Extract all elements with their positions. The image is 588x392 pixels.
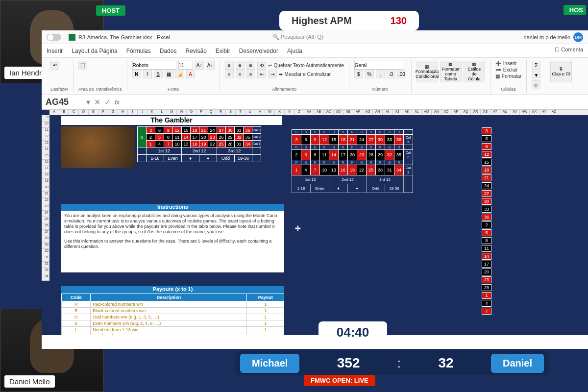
comments-button[interactable]: ☐ Comenta xyxy=(555,47,583,53)
formula-bar: AG45 ▾ ✕ ✓ fx xyxy=(42,95,588,110)
host-badge-top: HOST xyxy=(96,5,125,16)
roulette-image xyxy=(61,126,135,168)
comma-icon[interactable]: , xyxy=(376,70,385,78)
currency-icon[interactable]: $ xyxy=(354,70,363,78)
worksheet[interactable]: ABCDEFGHIJKLMNOPQRSTUVWXYZAAABACADAEAFAG… xyxy=(42,110,588,335)
live-badge: FMWC OPEN: LIVE xyxy=(304,375,375,386)
webcam-bottom-name: Daniel Mello xyxy=(4,375,55,388)
user-name: daniel m p de mello xyxy=(524,34,570,40)
paste-icon[interactable]: 📋 xyxy=(78,61,87,70)
format-table[interactable]: ▦Formatar como Tabela xyxy=(440,61,462,82)
bet-table-main: 0369121518212427303336Col 32581114172023… xyxy=(137,126,261,162)
fill-icon[interactable]: ▼ xyxy=(532,71,540,79)
tab-revisão[interactable]: Revisão xyxy=(185,48,206,54)
excel-icon xyxy=(69,34,75,41)
enter-icon[interactable]: ✓ xyxy=(104,98,111,107)
wrap-text[interactable]: ↩ Quebrar Texto Automaticamente xyxy=(268,63,344,68)
name-box-dropdown-icon[interactable]: ▾ xyxy=(86,98,90,107)
apm-badge: Highest APM 130 xyxy=(279,11,419,30)
fx-icon[interactable]: fx xyxy=(115,98,120,106)
dec-decimal-icon[interactable]: .00 xyxy=(397,70,406,78)
tab-inserir[interactable]: Inserir xyxy=(47,48,63,54)
sheet-title: The Gambler xyxy=(61,116,282,125)
column-headers: ABCDEFGHIJKLMNOPQRSTUVWXYZAAABACADAEAFAG… xyxy=(49,110,588,115)
tab-fórmulas[interactable]: Fórmulas xyxy=(126,48,151,54)
indent-dec-icon[interactable]: ⇤ xyxy=(257,70,266,78)
tab-desenvolvedor[interactable]: Desenvolvedor xyxy=(239,48,278,54)
align-bot-icon[interactable]: ≡ xyxy=(246,61,255,70)
ribbon-group-edit: Σ ▼ ◇ xyxy=(527,60,545,93)
player1-name: Michael xyxy=(240,354,299,373)
underline-button[interactable]: S xyxy=(154,70,163,78)
sum-icon[interactable]: Σ xyxy=(532,61,540,70)
tab-layout-da-página[interactable]: Layout da Página xyxy=(72,48,117,54)
search-box[interactable]: 🔍 Pesquisar (Alt+Q) xyxy=(272,34,323,40)
insert-cells[interactable]: ➕ Inserir xyxy=(495,61,522,66)
tab-ajuda[interactable]: Ajuda xyxy=(287,48,302,54)
cell-styles[interactable]: ▦Estilos de Célula xyxy=(464,61,485,82)
player2-score: 32 xyxy=(438,355,453,371)
score-bar: Michael 352 : 32 Daniel xyxy=(235,351,549,375)
cond-format[interactable]: ▦Formatação Condicional xyxy=(416,61,438,82)
timer: 04:40 xyxy=(318,321,387,343)
orientation-icon[interactable]: ⟲ xyxy=(257,61,266,70)
number-format[interactable] xyxy=(354,61,403,70)
player2-name: Daniel xyxy=(491,354,544,373)
ribbon-group-clipboard: 📋 Área de Transferência xyxy=(74,60,127,93)
bet-table-duplicate: RBRRBRRBRRBR369121518212427303336Col 3RB… xyxy=(292,129,413,193)
inc-decimal-icon[interactable]: .0 xyxy=(387,70,395,78)
instructions-body: You are an analyst keen on exploring pro… xyxy=(61,211,284,272)
host-badge-top-right: HOS xyxy=(564,5,586,15)
payouts-header: Payouts (x to 1) xyxy=(61,286,284,294)
ribbon: ↶ Desfazer 📋 Área de Transferência A↑ A↓… xyxy=(42,58,588,95)
user-area[interactable]: daniel m p de mello DM xyxy=(524,32,583,42)
align-right-icon[interactable]: ≡ xyxy=(246,70,255,78)
decrease-font-icon[interactable]: A↓ xyxy=(206,61,215,70)
autosave-toggle[interactable] xyxy=(47,34,61,41)
border-icon[interactable]: ▦ xyxy=(165,70,173,78)
score-separator: : xyxy=(397,356,401,371)
sort-filter[interactable]: ⇅Clas e Fil xyxy=(550,61,572,82)
tab-exibir[interactable]: Exibir xyxy=(216,48,230,54)
excel-window: R3-America. The-Gambler.xlsx - Excel 🔍 P… xyxy=(42,30,588,349)
ribbon-group-styles: ▦Formatação Condicional ▦Formatar como T… xyxy=(412,60,490,93)
instructions-header: Instructions xyxy=(61,204,284,211)
title-bar: R3-America. The-Gambler.xlsx - Excel 🔍 P… xyxy=(42,30,588,44)
indent-inc-icon[interactable]: ⇥ xyxy=(268,70,277,78)
delete-cells[interactable]: ➖ Excluir xyxy=(495,67,522,73)
bold-button[interactable]: N xyxy=(132,70,141,78)
apm-value: 130 xyxy=(391,15,407,26)
player1-score: 352 xyxy=(337,355,360,371)
fill-color-icon[interactable]: ◢ xyxy=(175,70,184,78)
align-top-icon[interactable]: ≡ xyxy=(225,61,234,70)
ribbon-group-cells: ➕ Inserir ➖ Excluir ▦ Formatar Células xyxy=(490,60,527,93)
percent-icon[interactable]: % xyxy=(365,70,374,78)
cancel-icon[interactable]: ✕ xyxy=(94,98,100,107)
cell-cursor-icon: ✛ xyxy=(295,224,301,232)
align-center-icon[interactable]: ≡ xyxy=(236,70,245,78)
ribbon-tabs: InserirLayout da PáginaFórmulasDadosRevi… xyxy=(42,44,588,58)
format-cells[interactable]: ▦ Formatar xyxy=(495,74,522,79)
row-headers: 9101112131415161718192021222324252627282… xyxy=(42,115,49,281)
payouts-table: CodeDescriptionPayoutRRed-colored number… xyxy=(61,294,284,335)
name-box[interactable]: AG45 xyxy=(46,97,82,107)
ribbon-group-align: ≡ ≡ ≡ ⟲ ↩ Quebrar Texto Automaticamente … xyxy=(220,60,349,93)
ribbon-group-sort: ⇅Clas e Fil xyxy=(545,60,577,93)
tab-dados[interactable]: Dados xyxy=(160,48,177,54)
merge-center[interactable]: ⬌ Mesclar e Centralizar xyxy=(279,72,331,77)
align-mid-icon[interactable]: ≡ xyxy=(236,61,245,70)
ribbon-group-undo: ↶ Desfazer xyxy=(46,60,74,93)
right-number-strip: 369121518212427303336258111417202329147 xyxy=(481,126,492,316)
undo-icon[interactable]: ↶ xyxy=(50,61,59,70)
clear-icon[interactable]: ◇ xyxy=(532,80,540,89)
font-name[interactable] xyxy=(132,61,176,70)
file-title: R3-America. The-Gambler.xlsx - Excel xyxy=(78,34,170,40)
font-color-icon[interactable]: A xyxy=(186,70,195,78)
increase-font-icon[interactable]: A↑ xyxy=(195,61,204,70)
apm-label: Highest APM xyxy=(292,15,352,26)
font-size[interactable] xyxy=(178,61,193,70)
avatar: DM xyxy=(573,32,583,42)
align-left-icon[interactable]: ≡ xyxy=(225,70,234,78)
italic-button[interactable]: I xyxy=(143,70,152,78)
ribbon-group-font: A↑ A↓ N I S ▦ ◢ A Fonte xyxy=(127,60,220,93)
